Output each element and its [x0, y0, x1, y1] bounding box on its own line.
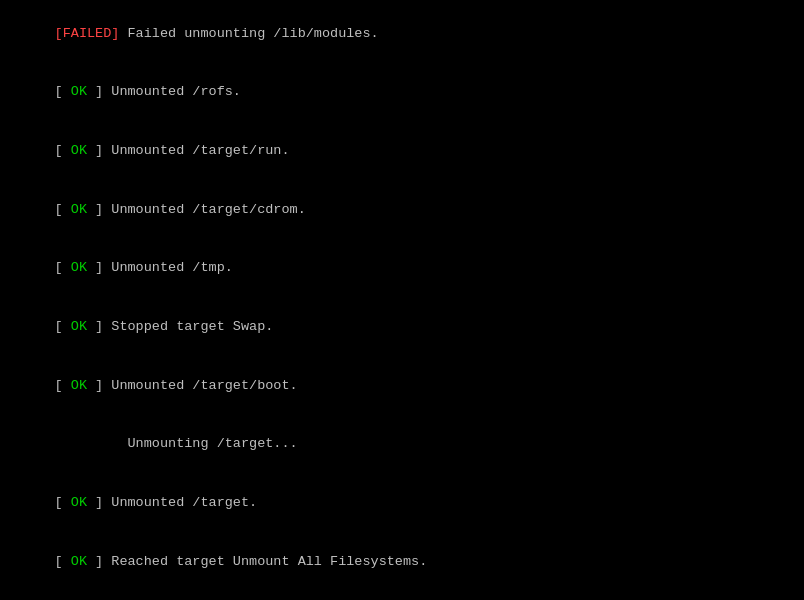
terminal-screen: [FAILED] Failed unmounting /lib/modules.…	[0, 0, 804, 600]
status-failed: [FAILED]	[55, 26, 120, 41]
log-line-3: [ OK ] Unmounted /target/run.	[6, 121, 798, 180]
log-line-1: [FAILED] Failed unmounting /lib/modules.	[6, 4, 798, 63]
log-line-6: [ OK ] Stopped target Swap.	[6, 297, 798, 356]
log-line-2: [ OK ] Unmounted /rofs.	[6, 63, 798, 122]
log-line-8: Unmounting /target...	[6, 415, 798, 474]
log-line-4: [ OK ] Unmounted /target/cdrom.	[6, 180, 798, 239]
log-line-11: [ OK ] Stopped target Local File Systems…	[6, 591, 798, 600]
log-line-9: [ OK ] Unmounted /target.	[6, 474, 798, 533]
log-line-10: [ OK ] Reached target Unmount All Filesy…	[6, 532, 798, 591]
terminal-output: [FAILED] Failed unmounting /lib/modules.…	[6, 4, 798, 600]
log-line-5: [ OK ] Unmounted /tmp.	[6, 239, 798, 298]
status-ok: OK	[71, 84, 87, 99]
log-line-7: [ OK ] Unmounted /target/boot.	[6, 356, 798, 415]
